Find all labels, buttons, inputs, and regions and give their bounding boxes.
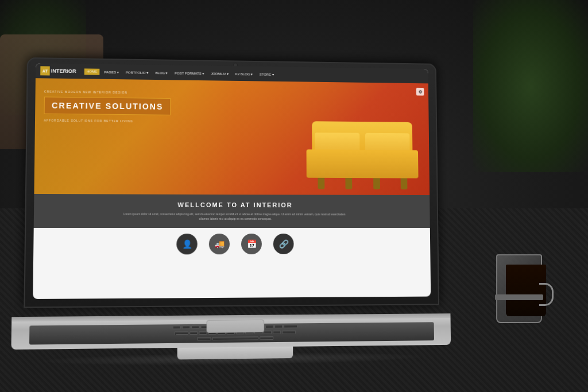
sofa-leg-3 xyxy=(373,178,380,189)
calendar-icon-circle[interactable]: 📅 xyxy=(241,234,262,254)
key-shift-right xyxy=(260,336,273,340)
mug-band xyxy=(495,294,543,300)
coffee-mug xyxy=(490,231,554,323)
mug-glass xyxy=(496,254,542,323)
sofa-seat xyxy=(307,149,419,178)
hero-sofa-illustration xyxy=(306,121,418,189)
welcome-body-text: Lorem ipsum dolor sit amet, consectetur … xyxy=(119,212,349,221)
screen-content: AT INTERIOR HOME PAGES ▾ PORTFOLIO ▾ BLO… xyxy=(33,63,431,299)
nav-blog[interactable]: BLOG ▾ xyxy=(153,69,170,76)
key-enter xyxy=(282,330,296,333)
key-backspace xyxy=(284,324,297,328)
link-icon-circle[interactable]: 🔗 xyxy=(273,234,294,254)
laptop: AT INTERIOR HOME PAGES ▾ PORTFOLIO ▾ BLO… xyxy=(11,57,451,362)
sofa-leg-4 xyxy=(401,178,408,189)
key xyxy=(199,331,207,335)
nav-store[interactable]: STORE ▾ xyxy=(257,71,276,77)
welcome-title: WELLCOME TO AT INTERIOR xyxy=(46,201,419,208)
key xyxy=(189,331,198,335)
key xyxy=(274,325,283,328)
laptop-screen-bezel: AT INTERIOR HOME PAGES ▾ PORTFOLIO ▾ BLO… xyxy=(33,63,431,299)
laptop-trackpad[interactable] xyxy=(207,320,265,333)
sofa-legs xyxy=(318,178,407,189)
nav-portfolio[interactable]: PORTFOLIO ▾ xyxy=(123,69,151,76)
nav-joomla[interactable]: JOOMLA! ▾ xyxy=(208,70,231,76)
site-logo: AT INTERIOR xyxy=(40,66,76,76)
truck-icon-circle[interactable]: 🚚 xyxy=(209,234,230,254)
welcome-section: WELLCOME TO AT INTERIOR Lorem ipsum dolo… xyxy=(34,194,430,228)
site-nav-items: HOME PAGES ▾ PORTFOLIO ▾ BLOG ▾ POST FOR… xyxy=(84,68,424,79)
person-icon-circle[interactable]: 👤 xyxy=(176,234,197,254)
key-space xyxy=(212,336,259,340)
nav-k2-blog[interactable]: K2 BLOG ▾ xyxy=(233,71,255,77)
logo-icon: AT xyxy=(40,66,50,75)
key xyxy=(264,331,272,334)
hero-main-title: CREATIVE SOLUTIONS xyxy=(44,96,171,115)
icons-section: 👤 🚚 📅 🔗 xyxy=(33,228,430,261)
logo-at-text: AT xyxy=(42,69,48,73)
key xyxy=(273,331,281,334)
key-shift xyxy=(197,337,211,340)
key xyxy=(265,325,273,328)
key xyxy=(173,325,181,329)
sofa-leg-1 xyxy=(318,178,324,189)
key xyxy=(182,325,190,329)
laptop-lid: AT INTERIOR HOME PAGES ▾ PORTFOLIO ▾ BLO… xyxy=(24,57,439,308)
background-plants-right xyxy=(473,0,588,172)
key xyxy=(191,325,199,329)
nav-post-formats[interactable]: POST FORMATS ▾ xyxy=(172,69,206,76)
gear-icon[interactable]: ⚙ xyxy=(416,88,424,96)
hero-text-area: CREATIVE MODERN NEW INTERIOR DESIGN CREA… xyxy=(44,90,171,123)
nav-home[interactable]: HOME xyxy=(84,68,100,75)
laptop-base-body: MacBook Pro xyxy=(11,313,451,350)
hero-section: CREATIVE MODERN NEW INTERIOR DESIGN CREA… xyxy=(34,78,430,195)
key-tab xyxy=(175,331,188,335)
logo-name-text: INTERIOR xyxy=(51,68,76,75)
nav-pages[interactable]: PAGES ▾ xyxy=(102,68,121,75)
sofa-leg-2 xyxy=(346,178,353,189)
